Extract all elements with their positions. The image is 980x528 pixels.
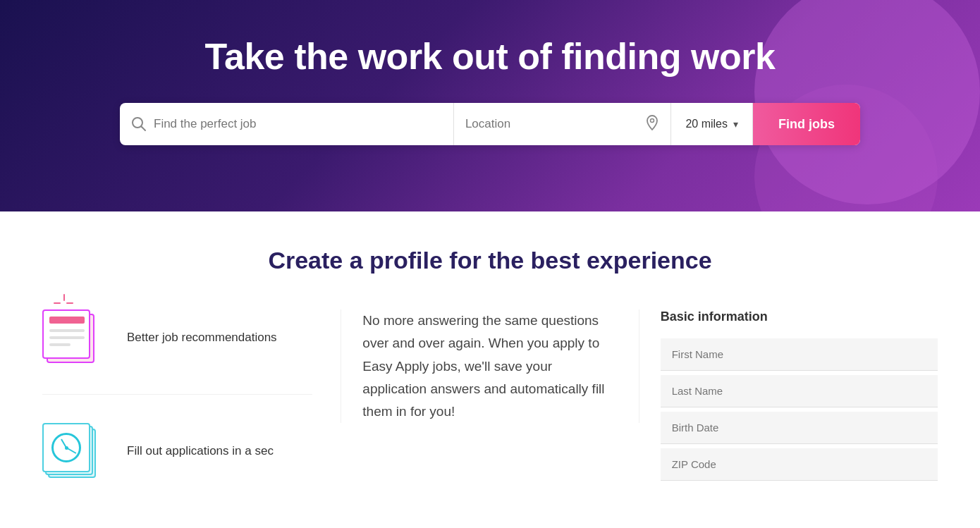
location-search-input[interactable]: [465, 117, 646, 131]
clock-icon: [42, 423, 106, 479]
doc-highlight: [49, 317, 85, 324]
doc-line-3: [49, 343, 71, 346]
last-name-input[interactable]: [661, 375, 938, 407]
search-bar: 20 miles ▾ Find jobs: [120, 103, 860, 145]
location-pin-icon: [645, 115, 659, 134]
form-column: Basic information: [639, 309, 938, 485]
feature-fill-fast: Fill out applications in a sec: [42, 394, 312, 479]
section-title: Create a profile for the best experience: [42, 247, 938, 274]
feature-fill-fast-label: Fill out applications in a sec: [127, 443, 274, 460]
spark-right: [66, 302, 73, 304]
job-search-container: [120, 103, 454, 145]
feature-better-jobs: Better job recommendations: [42, 309, 312, 366]
clock-center: [65, 446, 68, 450]
first-name-input[interactable]: [661, 338, 938, 371]
doc-line-2: [49, 336, 85, 339]
search-icon: [131, 116, 147, 132]
chevron-down-icon: ▾: [733, 118, 738, 130]
form-title: Basic information: [661, 309, 938, 324]
radius-value: 20 miles: [685, 118, 728, 130]
content-grid: Better job recommendations Fill out a: [42, 309, 938, 508]
birth-date-input[interactable]: [661, 412, 938, 444]
hero-title: Take the work out of finding work: [205, 35, 776, 78]
description-text: No more answering the same questions ove…: [362, 309, 617, 423]
find-jobs-button[interactable]: Find jobs: [753, 103, 860, 145]
doc-page-front: [42, 309, 90, 359]
radius-selector[interactable]: 20 miles ▾: [671, 103, 753, 145]
hero-section: Take the work out of finding work 20 mil: [0, 0, 980, 211]
job-search-input[interactable]: [154, 117, 442, 131]
main-content: Create a profile for the best experience: [0, 211, 980, 528]
clock-page-front: [42, 423, 90, 472]
spark-left: [54, 302, 61, 304]
location-search-container: [454, 103, 672, 145]
svg-point-2: [651, 118, 654, 122]
svg-line-1: [142, 127, 146, 131]
spark-top: [63, 294, 65, 301]
feature-better-jobs-label: Better job recommendations: [127, 329, 277, 346]
description-column: No more answering the same questions ove…: [341, 309, 639, 423]
document-icon: [42, 309, 106, 366]
features-column: Better job recommendations Fill out a: [42, 309, 341, 508]
zip-code-input[interactable]: [661, 448, 938, 481]
doc-line-1: [49, 329, 85, 332]
clock-circle: [51, 433, 81, 462]
